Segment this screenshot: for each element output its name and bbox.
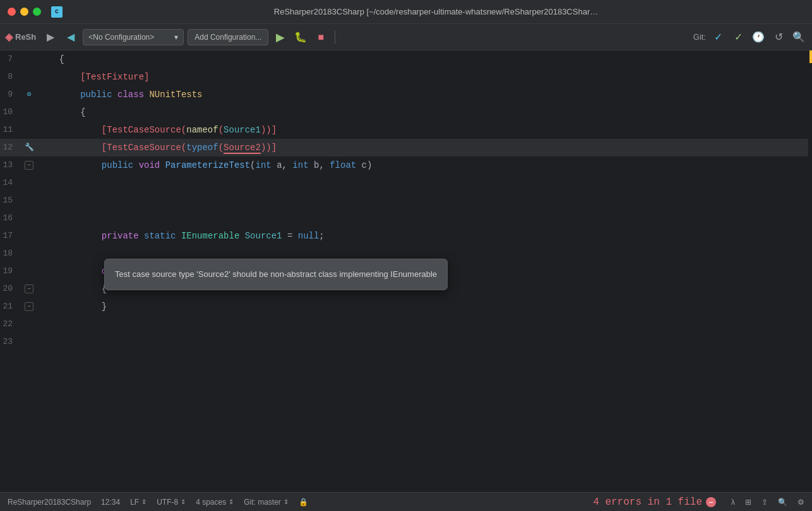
bookmark-icon[interactable]: ⊙ [24, 90, 34, 100]
line-num-19: 19 [0, 262, 20, 280]
line-num-7: 7 [0, 50, 20, 68]
chevron-down-icon: ▾ [174, 33, 178, 42]
columns-icon: ⊞ [745, 498, 751, 507]
status-time: 12:34 [101, 498, 120, 507]
status-git[interactable]: Git: master ⇕ [244, 498, 289, 507]
line-content-9: public class NUnitTests [38, 86, 799, 103]
line-num-16: 16 [0, 209, 20, 227]
line-ending-label: LF [130, 498, 139, 507]
gutter-20[interactable]: − [20, 285, 38, 293]
terminal-icon: ▶ [47, 31, 54, 43]
line-content-21: } [38, 298, 799, 315]
code-line-12: 12 🔧 [TestCaseSource(typeof(Source2))] [0, 139, 812, 156]
code-line-11: 11 [TestCaseSource(nameof(Source1))] [0, 121, 812, 139]
line-num-15: 15 [0, 192, 20, 209]
stop-button[interactable]: ■ [313, 29, 329, 45]
line-num-14: 14 [0, 174, 20, 192]
run-button[interactable]: ▶ [272, 29, 289, 45]
fold-icon-21[interactable]: − [25, 302, 33, 311]
git-label: Git: [693, 32, 706, 42]
line-content-10: { [38, 103, 799, 121]
back-button[interactable]: ◀ [63, 29, 79, 45]
indent-arrow: ⇕ [229, 498, 234, 505]
add-config-button[interactable]: Add Configuration... [188, 29, 268, 45]
code-line-10: 10 { [0, 103, 812, 121]
code-line-16: 16 [0, 209, 812, 227]
line-num-10: 10 [0, 103, 20, 121]
line-ending-arrow: ⇕ [141, 498, 146, 505]
line-num-13: 13 [0, 156, 20, 174]
config-dropdown[interactable]: <No Configuration> ▾ [83, 29, 184, 45]
toolbar: ◈ ReSh ▶ ◀ <No Configuration> ▾ Add Conf… [0, 24, 812, 50]
code-line-13: 13 − public void ParameterizeTest(int a,… [0, 156, 812, 174]
minimize-button[interactable] [20, 8, 28, 16]
status-lock[interactable]: 🔒 [299, 498, 308, 507]
status-search2[interactable]: 🔍 [778, 498, 787, 507]
debug-button[interactable]: 🐛 [292, 29, 309, 45]
code-line-14: 14 [0, 174, 812, 192]
code-line-17: 17 private static IEnumerable Source1 = … [0, 227, 812, 245]
scroll-indicator [809, 50, 812, 63]
git-branch-arrow: ⇕ [284, 498, 289, 505]
git-branch-label: Git: master [244, 498, 281, 507]
status-share[interactable]: ⇪ [761, 498, 768, 507]
statusbar: ReSharper20183CSharp 12:34 LF ⇕ UTF-8 ⇕ … [0, 492, 812, 511]
line-content-17: private static IEnumerable Source1 = nul… [38, 227, 799, 245]
indent-label: 4 spaces [196, 498, 226, 507]
separator-1 [335, 31, 335, 44]
status-settings[interactable]: ⚙ [797, 498, 804, 507]
gutter-12[interactable]: 🔧 [20, 143, 38, 153]
line-content-11: [TestCaseSource(nameof(Source1))] [38, 121, 799, 139]
status-lambda[interactable]: λ [731, 498, 735, 507]
line-content-7: { [38, 50, 799, 68]
status-errors[interactable]: 4 errors in 1 file — [593, 496, 716, 508]
gutter-9[interactable]: ⊙ [20, 90, 38, 100]
search-button[interactable]: 🔍 [791, 29, 807, 45]
line-num-12: 12 [0, 139, 20, 156]
git-history-button[interactable]: 🕐 [750, 29, 767, 45]
errors-label: 4 errors in 1 file [593, 496, 702, 508]
status-line-ending[interactable]: LF ⇕ [130, 498, 146, 507]
line-num-23: 23 [0, 333, 20, 351]
line-num-20: 20 [0, 280, 20, 298]
fold-icon-20[interactable]: − [25, 285, 33, 293]
git-revert-button[interactable]: ↺ [770, 29, 787, 45]
resh-logo-icon: ◈ [5, 31, 13, 43]
error-tooltip: Test case source type 'Source2' should b… [104, 259, 448, 290]
app-icon: c [51, 6, 63, 18]
status-columns[interactable]: ⊞ [745, 498, 751, 507]
line-num-11: 11 [0, 121, 20, 139]
encoding-label: UTF-8 [157, 498, 178, 507]
error-circle: — [706, 497, 716, 507]
code-line-8: 8 [TestFixture] [0, 68, 812, 86]
window-title: ReSharper20183CSharp [~/code/resharper-u… [68, 7, 804, 16]
fold-icon-13[interactable]: − [25, 161, 33, 170]
code-line-15: 15 [0, 192, 812, 209]
close-button[interactable] [8, 8, 16, 16]
wrench-icon[interactable]: 🔧 [24, 143, 34, 153]
config-label: <No Configuration> [88, 33, 154, 42]
maximize-button[interactable] [33, 8, 41, 16]
status-indent[interactable]: 4 spaces ⇕ [196, 498, 234, 507]
git-check-button[interactable]: ✓ [710, 29, 726, 45]
encoding-arrow: ⇕ [181, 498, 186, 505]
gutter-13[interactable]: − [20, 161, 38, 170]
code-line-9: 9 ⊙ public class NUnitTests [0, 86, 812, 103]
git-checkmark-button[interactable]: ✓ [730, 29, 746, 45]
line-num-21: 21 [0, 298, 20, 315]
search2-icon: 🔍 [778, 498, 787, 507]
terminal-button[interactable]: ▶ [42, 29, 59, 45]
git-section: Git: ✓ ✓ 🕐 ↺ 🔍 [693, 29, 807, 45]
status-filename[interactable]: ReSharper20183CSharp [8, 498, 91, 507]
status-encoding[interactable]: UTF-8 ⇕ [157, 498, 186, 507]
lock-icon: 🔒 [299, 498, 308, 507]
code-content: 7 { 8 [TestFixture] 9 ⊙ public class NUn… [0, 50, 812, 351]
line-num-22: 22 [0, 315, 20, 333]
scrollbar[interactable] [808, 50, 812, 492]
gutter-21[interactable]: − [20, 302, 38, 311]
line-num-17: 17 [0, 227, 20, 245]
code-line-23: 23 [0, 333, 812, 351]
arrow-left-icon: ◀ [67, 31, 75, 43]
code-editor[interactable]: 7 { 8 [TestFixture] 9 ⊙ public class NUn… [0, 50, 812, 492]
traffic-lights [8, 8, 41, 16]
